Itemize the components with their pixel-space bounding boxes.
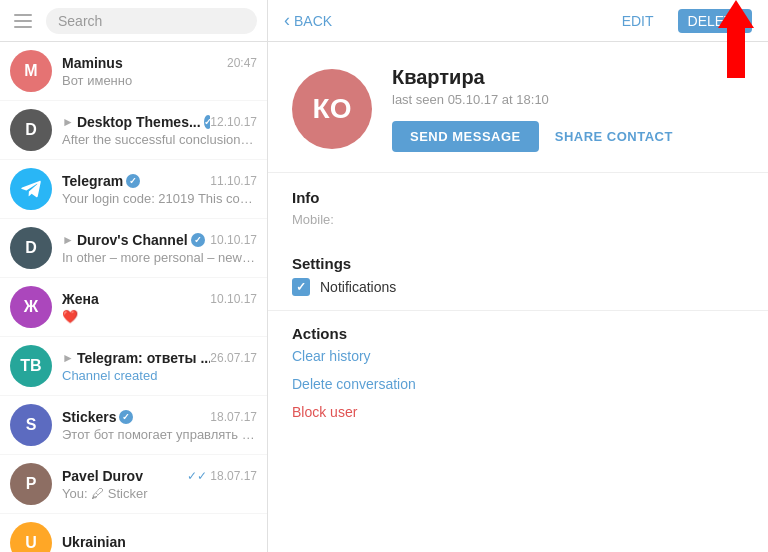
info-section: Info Mobile:	[268, 173, 768, 255]
chat-item-maminus[interactable]: MMaminus20:47Вот именно	[0, 42, 267, 101]
profile-avatar: КО	[292, 69, 372, 149]
chat-item-stickers[interactable]: SStickers✓18.07.17Этот бот помогает упра…	[0, 396, 267, 455]
profile-section: КО Квартира last seen 05.10.17 at 18:10 …	[268, 42, 768, 173]
left-header: Search	[0, 0, 267, 42]
edit-button[interactable]: EDIT	[614, 9, 662, 33]
settings-title: Settings	[292, 255, 744, 272]
chat-item-desktop-themes[interactable]: D►Desktop Themes...✓12.10.17After the su…	[0, 101, 267, 160]
actions-title: Actions	[292, 325, 744, 342]
search-input[interactable]: Search	[46, 8, 257, 34]
right-panel: ‹ BACK EDIT DELETE КО Квартира last seen…	[268, 0, 768, 552]
hamburger-menu[interactable]	[10, 10, 36, 32]
profile-details: Квартира last seen 05.10.17 at 18:10 SEN…	[392, 66, 744, 152]
notification-row: Notifications	[292, 278, 744, 296]
right-panel-wrapper: ‹ BACK EDIT DELETE КО Квартира last seen…	[268, 0, 768, 552]
back-button[interactable]: ‹ BACK	[284, 10, 332, 31]
chat-item-pavel-durov[interactable]: PPavel Durov✓✓ 18.07.17You: 🖊 Sticker	[0, 455, 267, 514]
profile-name: Квартира	[392, 66, 744, 89]
chat-list: MMaminus20:47Вот именноD►Desktop Themes.…	[0, 42, 267, 552]
chat-item-durovs-channel[interactable]: D►Durov's Channel✓10.10.17In other – mor…	[0, 219, 267, 278]
profile-status: last seen 05.10.17 at 18:10	[392, 92, 744, 107]
settings-section: Settings Notifications	[268, 255, 768, 311]
send-message-button[interactable]: SEND MESSAGE	[392, 121, 539, 152]
info-title: Info	[292, 189, 744, 206]
notifications-label: Notifications	[320, 279, 396, 295]
mobile-label: Mobile:	[292, 212, 744, 227]
delete-conversation-link[interactable]: Delete conversation	[292, 376, 744, 392]
back-label: BACK	[294, 13, 332, 29]
delete-button[interactable]: DELETE	[678, 9, 752, 33]
chat-item-telegram-otvety[interactable]: ТВ►Telegram: ответы ...26.07.17Channel c…	[0, 337, 267, 396]
right-header: ‹ BACK EDIT DELETE	[268, 0, 768, 42]
back-arrow-icon: ‹	[284, 10, 290, 31]
profile-actions: SEND MESSAGE SHARE CONTACT	[392, 121, 744, 152]
chat-item-ukrainian[interactable]: UUkrainian	[0, 514, 267, 552]
chat-item-zhena[interactable]: ЖЖена10.10.17❤️	[0, 278, 267, 337]
left-panel: Search MMaminus20:47Вот именноD►Desktop …	[0, 0, 268, 552]
header-actions: EDIT DELETE	[614, 9, 752, 33]
chat-item-telegram[interactable]: Telegram✓11.10.17Your login code: 21019 …	[0, 160, 267, 219]
share-contact-button[interactable]: SHARE CONTACT	[555, 121, 673, 152]
block-user-link[interactable]: Block user	[292, 404, 744, 420]
actions-section: Actions Clear history Delete conversatio…	[268, 311, 768, 446]
notifications-checkbox[interactable]	[292, 278, 310, 296]
clear-history-link[interactable]: Clear history	[292, 348, 744, 364]
